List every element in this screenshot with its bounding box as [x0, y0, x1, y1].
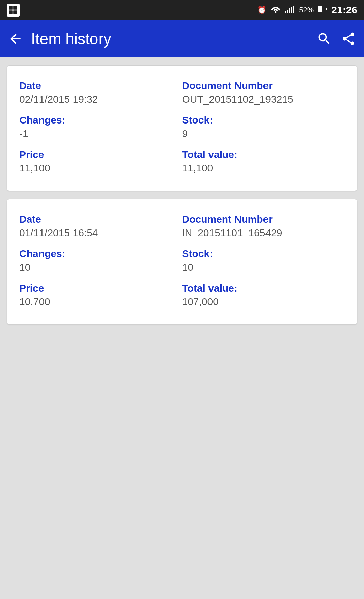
field-label: Document Number [182, 80, 345, 91]
field-total-value-: Total value:107,000 [182, 279, 345, 314]
field-date: Date01/11/2015 16:54 [19, 210, 182, 245]
field-label: Date [19, 80, 182, 91]
svg-rect-5 [285, 11, 286, 13]
search-button[interactable] [317, 31, 332, 46]
field-date: Date02/11/2015 19:32 [19, 77, 182, 111]
field-value: OUT_20151102_193215 [182, 93, 345, 105]
field-value: 10 [182, 262, 345, 273]
field-label: Price [19, 149, 182, 160]
svg-rect-8 [291, 7, 292, 13]
field-value: 107,000 [182, 296, 345, 307]
svg-rect-2 [9, 10, 12, 14]
field-label: Stock: [182, 114, 345, 126]
alarm-icon: ⏰ [257, 6, 267, 15]
field-value: 01/11/2015 16:54 [19, 227, 182, 239]
svg-rect-9 [293, 6, 294, 13]
field-value: 10 [19, 262, 182, 273]
field-total-value-: Total value:11,100 [182, 145, 345, 180]
field-value: 11,100 [19, 162, 182, 174]
svg-rect-6 [287, 10, 288, 13]
field-label: Price [19, 282, 182, 294]
field-label: Total value: [182, 149, 345, 160]
battery-icon [318, 5, 327, 15]
app-bar: Item history [0, 20, 364, 57]
history-card-1: Date02/11/2015 19:32Document NumberOUT_2… [7, 65, 357, 191]
blackberry-icon [7, 4, 20, 17]
field-stock-: Stock:10 [182, 245, 345, 279]
share-button[interactable] [341, 31, 356, 46]
field-document-number: Document NumberIN_20151101_165429 [182, 210, 345, 245]
history-card-2: Date01/11/2015 16:54Document NumberIN_20… [7, 199, 357, 325]
svg-rect-3 [13, 10, 17, 14]
field-value: -1 [19, 128, 182, 139]
svg-rect-11 [318, 6, 322, 12]
field-price: Price11,100 [19, 145, 182, 180]
field-value: 02/11/2015 19:32 [19, 93, 182, 105]
field-label: Stock: [182, 248, 345, 260]
field-label: Changes: [19, 114, 182, 126]
app-bar-actions [317, 31, 356, 46]
field-document-number: Document NumberOUT_20151102_193215 [182, 77, 345, 111]
field-changes-: Changes:10 [19, 245, 182, 279]
back-button[interactable] [8, 31, 23, 46]
battery-percent: 52% [299, 6, 314, 15]
wifi-icon [271, 5, 281, 15]
field-stock-: Stock:9 [182, 111, 345, 145]
svg-rect-1 [13, 6, 17, 9]
field-label: Date [19, 214, 182, 225]
field-label: Document Number [182, 214, 345, 225]
field-value: 11,100 [182, 162, 345, 174]
field-changes-: Changes:-1 [19, 111, 182, 145]
field-label: Total value: [182, 282, 345, 294]
status-bar-left [7, 4, 20, 17]
field-label: Changes: [19, 248, 182, 260]
field-price: Price10,700 [19, 279, 182, 314]
svg-rect-7 [289, 8, 290, 13]
status-bar: ⏰ 52% 21:26 [0, 0, 364, 20]
status-bar-right: ⏰ 52% 21:26 [257, 4, 357, 16]
svg-rect-12 [326, 8, 327, 10]
field-value: IN_20151101_165429 [182, 227, 345, 239]
content-area: Date02/11/2015 19:32Document NumberOUT_2… [0, 57, 364, 333]
field-value: 10,700 [19, 296, 182, 307]
field-value: 9 [182, 128, 345, 139]
svg-rect-0 [9, 6, 12, 9]
svg-point-4 [275, 11, 277, 13]
page-title: Item history [31, 30, 309, 48]
signal-icon [285, 5, 295, 15]
status-time: 21:26 [331, 4, 357, 16]
